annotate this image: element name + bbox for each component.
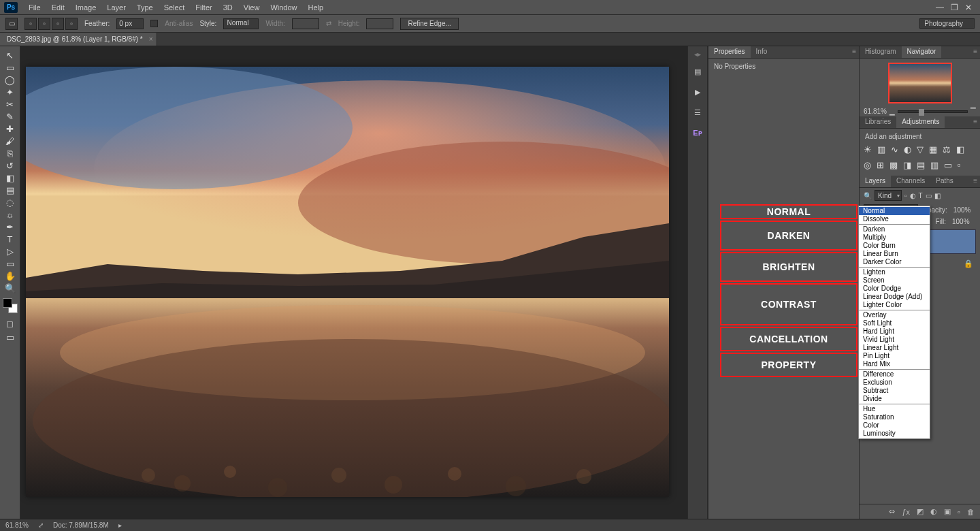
invert-icon[interactable]: ◨: [903, 160, 911, 170]
filter-smart-icon[interactable]: ◧: [934, 192, 941, 199]
blend-option-overlay[interactable]: Overlay: [859, 311, 930, 319]
filter-adj-icon[interactable]: ◐: [910, 192, 916, 199]
tab-adjustments[interactable]: Adjustments: [896, 116, 945, 128]
tab-properties[interactable]: Properties: [708, 46, 751, 58]
close-tab-icon[interactable]: ×: [149, 35, 153, 43]
blend-option-pin-light[interactable]: Pin Light: [859, 352, 930, 360]
blend-option-dissolve[interactable]: Dissolve: [859, 215, 930, 223]
blend-option-darken[interactable]: Darken: [859, 225, 930, 234]
lasso-tool[interactable]: ◯: [3, 74, 18, 86]
tool-preset-icon[interactable]: ▭: [5, 18, 18, 30]
tab-navigator[interactable]: Navigator: [902, 46, 942, 58]
workspace-select[interactable]: Photography: [919, 18, 975, 29]
brush-tool[interactable]: 🖌: [3, 135, 18, 147]
panel-menu-icon[interactable]: ≡: [970, 46, 980, 58]
dodge-tool[interactable]: ☼: [3, 208, 18, 221]
clone-tool[interactable]: ⎘: [3, 147, 18, 159]
blend-option-screen[interactable]: Screen: [859, 276, 930, 285]
extension-panel-icon[interactable]: Eᴘ: [691, 126, 704, 140]
status-doc-size[interactable]: Doc: 7.89M/15.8M: [53, 521, 109, 529]
new-layer-icon[interactable]: ▫: [958, 508, 960, 516]
panel-grip-icon[interactable]: ◂▸: [694, 50, 701, 58]
navigator-thumbnail[interactable]: [888, 63, 952, 103]
blend-option-divide[interactable]: Divide: [859, 395, 930, 403]
refine-edge-button[interactable]: Refine Edge...: [400, 18, 458, 30]
blend-option-exclusion[interactable]: Exclusion: [859, 379, 930, 387]
minimize-button[interactable]: —: [936, 3, 944, 12]
pen-tool[interactable]: ✒: [3, 221, 18, 233]
canvas-area[interactable]: [20, 46, 687, 519]
link-layers-icon[interactable]: ⇔: [889, 507, 895, 516]
levels-icon[interactable]: ▥: [877, 144, 885, 155]
status-expand-icon[interactable]: ⤢: [38, 521, 44, 529]
document-canvas[interactable]: [26, 67, 669, 497]
navigator-zoom-value[interactable]: 61.81%: [864, 108, 887, 115]
blend-option-saturation[interactable]: Saturation: [859, 413, 930, 421]
style-select[interactable]: Normal: [223, 18, 259, 29]
crop-tool[interactable]: ✂: [3, 98, 18, 110]
gradmap-icon[interactable]: ▭: [944, 160, 952, 170]
blend-option-vivid-light[interactable]: Vivid Light: [859, 336, 930, 344]
opacity-input[interactable]: 100%: [951, 206, 976, 214]
menu-image[interactable]: Image: [70, 2, 102, 13]
tab-histogram[interactable]: Histogram: [860, 46, 902, 58]
type-tool[interactable]: T: [3, 233, 18, 245]
delete-layer-icon[interactable]: 🗑: [967, 508, 975, 516]
layer-fx-icon[interactable]: ƒx: [902, 508, 910, 516]
menu-filter[interactable]: Filter: [190, 2, 217, 13]
brightness-icon[interactable]: ☀: [864, 144, 872, 155]
blend-option-linear-burn[interactable]: Linear Burn: [859, 250, 930, 258]
tab-channels[interactable]: Channels: [891, 176, 930, 187]
status-arrow-icon[interactable]: ▸: [118, 521, 122, 529]
curves-icon[interactable]: ∿: [891, 144, 898, 155]
tool-presets-panel-icon[interactable]: ☰: [691, 106, 704, 119]
zoom-out-icon[interactable]: ▁: [889, 108, 895, 115]
marquee-tool[interactable]: ▭: [3, 61, 18, 74]
layer-mask-icon[interactable]: ◩: [917, 507, 924, 516]
sel-new-icon[interactable]: ▫: [24, 18, 37, 30]
filter-type-icon[interactable]: T: [919, 192, 923, 199]
selcolor-icon[interactable]: ▫: [958, 160, 961, 170]
tab-libraries[interactable]: Libraries: [860, 116, 896, 128]
panel-menu-icon[interactable]: ≡: [970, 116, 980, 128]
foreground-color-swatch[interactable]: [3, 298, 12, 308]
menu-layer[interactable]: Layer: [101, 2, 131, 13]
blend-option-color[interactable]: Color: [859, 421, 930, 430]
photo-filter-icon[interactable]: ◎: [864, 160, 871, 170]
blend-option-hue[interactable]: Hue: [859, 405, 930, 413]
close-button[interactable]: ✕: [965, 3, 972, 12]
eraser-tool[interactable]: ◧: [3, 172, 18, 184]
quickmask-icon[interactable]: ◻: [3, 317, 18, 329]
blend-option-luminosity[interactable]: Luminosity: [859, 430, 930, 438]
blend-option-normal[interactable]: Normal: [859, 207, 930, 215]
blend-option-color-dodge[interactable]: Color Dodge: [859, 285, 930, 293]
panel-menu-icon[interactable]: ≡: [970, 176, 980, 187]
filter-shape-icon[interactable]: ▭: [926, 192, 932, 199]
document-tab[interactable]: DSC_2893.jpg @ 61.8% (Layer 1, RGB/8#) *…: [0, 33, 157, 46]
move-tool[interactable]: ↖: [3, 49, 18, 61]
blend-option-multiply[interactable]: Multiply: [859, 234, 930, 242]
path-select-tool[interactable]: ▷: [3, 245, 18, 257]
poster-icon[interactable]: ▤: [917, 160, 925, 170]
new-group-icon[interactable]: ▣: [944, 507, 951, 516]
chan-mixer-icon[interactable]: ⊞: [877, 160, 884, 170]
history-panel-icon[interactable]: ▤: [691, 65, 704, 78]
status-zoom[interactable]: 61.81%: [5, 521, 29, 529]
menu-file[interactable]: File: [23, 2, 46, 13]
blend-option-subtract[interactable]: Subtract: [859, 387, 930, 395]
threshold-icon[interactable]: ▥: [930, 160, 938, 170]
rectangle-tool[interactable]: ▭: [3, 257, 18, 270]
foreground-background-swatch[interactable]: [3, 298, 18, 313]
blend-option-hard-light[interactable]: Hard Light: [859, 327, 930, 336]
eyedropper-tool[interactable]: ✎: [3, 110, 18, 123]
blend-option-darker-color[interactable]: Darker Color: [859, 258, 930, 266]
blend-option-soft-light[interactable]: Soft Light: [859, 319, 930, 327]
menu-type[interactable]: Type: [131, 2, 159, 13]
history-brush-tool[interactable]: ↺: [3, 159, 18, 172]
menu-edit[interactable]: Edit: [46, 2, 70, 13]
restore-button[interactable]: ❐: [951, 3, 958, 12]
blend-option-lighter-color[interactable]: Lighter Color: [859, 301, 930, 309]
exposure-icon[interactable]: ◐: [904, 144, 911, 155]
zoom-tool[interactable]: 🔍: [3, 282, 18, 294]
blend-mode-dropdown[interactable]: NormalDissolveDarkenMultiplyColor BurnLi…: [858, 206, 930, 439]
